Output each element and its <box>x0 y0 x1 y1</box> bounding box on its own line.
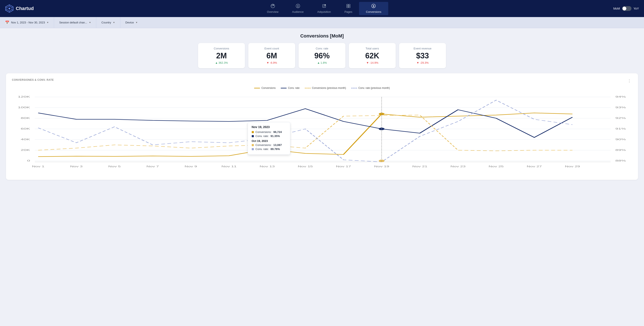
kpi-card-event-revenue: Event revenue $33 ▼ -29.3% <box>399 43 446 68</box>
toggle-right-label: YoY <box>634 7 639 10</box>
kpi-row: Conversions 2M ▲ 362.3% Event count 6M ▼… <box>6 43 638 68</box>
conversions-icon: $ <box>371 4 376 9</box>
svg-text:Nov 5: Nov 5 <box>108 165 120 168</box>
mom-yoy-toggle[interactable] <box>622 6 632 11</box>
kpi-pct-conversions: 362.3% <box>218 61 228 64</box>
nav-item-adquisition[interactable]: ▼ Adquisition <box>310 2 338 15</box>
main-nav: Overview ₿ Audience ▼ Adquisi <box>44 2 605 15</box>
legend-item-conv-rate: Conv. rate <box>281 87 300 90</box>
svg-text:60K: 60K <box>21 127 30 130</box>
nav-item-pages[interactable]: Pages <box>338 2 359 15</box>
chart-menu-button[interactable]: ⋮ <box>626 78 632 83</box>
chart-legend: Conversions Conv. rate Conversions (prev… <box>12 87 632 90</box>
svg-text:Nov 11: Nov 11 <box>222 165 236 168</box>
nav-label-conversions: Conversions <box>366 10 381 14</box>
kpi-value-event-count: 6M <box>256 51 288 60</box>
svg-text:20K: 20K <box>21 149 30 151</box>
chart-container: 120K 100K 80K 60K 40K 20K 0 94% 93% 92% … <box>12 94 632 175</box>
svg-text:₿: ₿ <box>297 5 298 8</box>
svg-text:Nov 7: Nov 7 <box>146 165 159 168</box>
kpi-card-total-users: Total users 62K ▼ -14.9% <box>349 43 396 68</box>
kpi-change-conv-rate: ▲ 1.8% <box>306 61 338 64</box>
header: Chartud Overview ₿ Audience <box>0 0 644 17</box>
kpi-change-event-revenue: ▼ -29.3% <box>407 61 438 64</box>
logo-area: Chartud <box>5 4 44 13</box>
device-filter[interactable]: Device ▼ <box>120 17 143 28</box>
legend-label-conv-rate: Conv. rate <box>288 87 300 90</box>
svg-text:40K: 40K <box>21 138 30 141</box>
svg-text:Nov 17: Nov 17 <box>336 165 351 168</box>
svg-text:120K: 120K <box>18 96 30 98</box>
svg-text:90%: 90% <box>616 138 626 141</box>
kpi-arrow-conversions: ▲ <box>215 61 218 64</box>
kpi-pct-event-count: -6.9% <box>270 61 277 64</box>
channel-filter[interactable]: Session default chan... ▼ <box>54 17 96 28</box>
kpi-change-total-users: ▼ -14.9% <box>356 61 388 64</box>
logo-text: Chartud <box>16 6 34 11</box>
svg-text:80K: 80K <box>21 117 30 119</box>
svg-text:88%: 88% <box>616 159 626 162</box>
svg-point-2 <box>8 8 10 9</box>
filter-bar: 📅 Nov 1, 2023 - Nov 30, 2023 ▼ Session d… <box>0 17 644 28</box>
kpi-card-conversions: Conversions 2M ▲ 362.3% <box>198 43 245 68</box>
chart-panel: CONVERSIONES & CONV. RATE ⋮ Conversions … <box>6 73 638 180</box>
svg-text:Nov 19: Nov 19 <box>374 165 389 168</box>
legend-line-conversions-prev <box>305 88 311 88</box>
svg-rect-17 <box>347 4 348 6</box>
nav-item-overview[interactable]: Overview <box>260 2 285 15</box>
nav-item-audience[interactable]: ₿ Audience <box>285 2 310 15</box>
legend-label-conv-rate-prev: Conv. rate (previous month) <box>358 87 390 90</box>
nav-label-overview: Overview <box>267 10 278 14</box>
line-conv-rate <box>38 109 572 137</box>
svg-text:Nov 3: Nov 3 <box>70 165 82 168</box>
adquisition-icon: ▼ <box>322 4 326 9</box>
country-arrow-icon: ▼ <box>113 21 115 24</box>
nav-label-pages: Pages <box>344 10 352 14</box>
svg-text:Nov 1: Nov 1 <box>32 165 44 168</box>
legend-label-conversions-prev: Conversions (previous month) <box>312 87 346 90</box>
kpi-arrow-event-count: ▼ <box>266 61 269 64</box>
date-arrow-icon: ▼ <box>47 21 49 24</box>
svg-text:Nov 27: Nov 27 <box>527 165 542 168</box>
nav-item-conversions[interactable]: $ Conversions <box>359 2 388 15</box>
kpi-arrow-event-revenue: ▼ <box>416 61 419 64</box>
date-range-label: Nov 1, 2023 - Nov 30, 2023 <box>11 21 45 24</box>
kpi-label-event-count: Event count <box>256 47 288 50</box>
legend-line-conversions <box>254 88 260 88</box>
kpi-value-conversions: 2M <box>206 51 237 60</box>
audience-icon: ₿ <box>296 4 300 9</box>
kpi-value-total-users: 62K <box>356 51 388 60</box>
calendar-icon: 📅 <box>5 21 9 25</box>
legend-line-conv-rate <box>281 88 287 88</box>
kpi-card-conv-rate: Conv. rate 96% ▲ 1.8% <box>298 43 346 68</box>
legend-label-conversions: Conversions <box>261 87 276 90</box>
channel-arrow-icon: ▼ <box>89 21 91 24</box>
chart-title: CONVERSIONES & CONV. RATE <box>12 78 54 81</box>
line-conversions-prev <box>38 115 572 151</box>
device-arrow-icon: ▼ <box>136 21 138 24</box>
svg-rect-19 <box>347 6 348 8</box>
svg-text:Nov 25: Nov 25 <box>488 165 504 168</box>
country-filter[interactable]: Country ▼ <box>96 17 120 28</box>
date-range-filter[interactable]: 📅 Nov 1, 2023 - Nov 30, 2023 ▼ <box>5 17 54 28</box>
legend-item-conversions: Conversions <box>254 87 276 90</box>
svg-text:91%: 91% <box>616 127 626 130</box>
nav-label-adquisition: Adquisition <box>317 10 331 14</box>
toggle-knob <box>622 7 626 11</box>
kpi-pct-conv-rate: 1.8% <box>320 61 327 64</box>
kpi-value-conv-rate: 96% <box>306 51 338 60</box>
overview-icon <box>270 4 275 9</box>
channel-label: Session default chan... <box>59 21 87 24</box>
country-label: Country <box>101 21 111 24</box>
svg-text:Nov 29: Nov 29 <box>565 165 580 168</box>
toggle-left-label: MoM <box>613 7 620 10</box>
kpi-label-conv-rate: Conv. rate <box>306 47 338 50</box>
kpi-label-event-revenue: Event revenue <box>407 47 438 50</box>
toggle-area: MoM YoY <box>605 6 639 11</box>
kpi-change-event-count: ▼ -6.9% <box>256 61 288 64</box>
legend-item-conv-rate-prev: Conv. rate (previous month) <box>351 87 390 90</box>
svg-text:0: 0 <box>27 159 30 162</box>
svg-text:89%: 89% <box>616 149 626 151</box>
kpi-label-conversions: Conversions <box>206 47 237 50</box>
svg-text:94%: 94% <box>616 96 626 98</box>
